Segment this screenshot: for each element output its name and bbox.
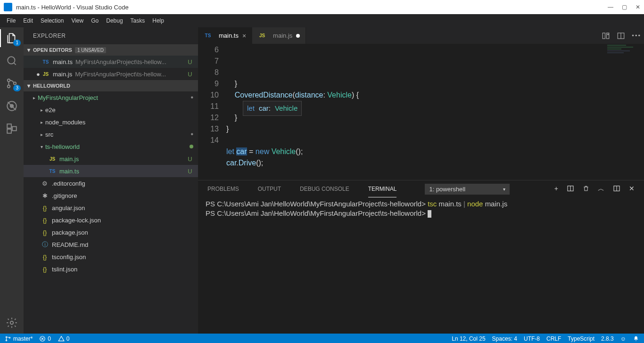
svg-rect-18 [607, 52, 624, 53]
maximize-button[interactable]: ▢ [622, 4, 627, 10]
svg-point-12 [608, 34, 609, 35]
bell-icon[interactable] [633, 335, 639, 342]
panel-tab-problems[interactable]: PROBLEMS [207, 180, 239, 197]
terminal-select[interactable]: 1: powershell▾ [425, 184, 510, 195]
vscode-icon [4, 3, 12, 11]
tree-.editorconfig[interactable]: ⚙.editorconfig [24, 177, 198, 189]
svg-rect-10 [603, 33, 605, 39]
menubar: FileEditSelectionViewGoDebugTasksHelp [0, 14, 644, 27]
titlebar: main.ts - HelloWorld - Visual Studio Cod… [0, 0, 644, 14]
svg-rect-17 [607, 50, 630, 51]
tree-ts-helloworld[interactable]: ▾ts-helloworld [24, 140, 198, 153]
panel-tab-output[interactable]: OUTPUT [258, 180, 281, 197]
activity-bar: 1 3 [0, 27, 24, 334]
svg-point-22 [6, 340, 7, 341]
term-prompt-2: PS C:\Users\Ami Jan\HelloWorld\MyFirstAn… [206, 209, 426, 217]
tab-main.js[interactable]: JSmain.js [252, 27, 306, 44]
status-spaces[interactable]: Spaces: 4 [492, 335, 517, 342]
svg-point-0 [8, 57, 15, 64]
svg-point-9 [10, 321, 14, 325]
search-icon[interactable] [6, 55, 18, 67]
explorer-badge: 1 [13, 40, 21, 46]
gear-icon[interactable] [6, 317, 18, 329]
split-editor-icon[interactable] [617, 32, 625, 40]
unsaved-dot-icon [296, 34, 300, 38]
svg-rect-7 [7, 129, 11, 133]
open-editors-label: OPEN EDITORS [33, 47, 72, 53]
new-terminal-icon[interactable]: + [554, 185, 558, 193]
panel-tab-debug-console[interactable]: DEBUG CONSOLE [300, 180, 349, 197]
tree-src[interactable]: ▸src• [24, 128, 198, 140]
more-icon[interactable]: ••• [632, 32, 641, 39]
tree-tsconfig.json[interactable]: {}tsconfig.json [24, 251, 198, 263]
tab-main.ts[interactable]: TSmain.ts× [198, 27, 252, 44]
tree-main.js[interactable]: JSmain.jsU [24, 153, 198, 165]
explorer-icon[interactable]: 1 [6, 32, 18, 44]
open-editor-main.js[interactable]: ●JSmain.jsMyFirstAngularProject\ts-hello… [24, 68, 198, 80]
svg-point-1 [8, 79, 10, 82]
svg-rect-16 [607, 49, 621, 49]
close-tab-icon[interactable]: × [242, 32, 246, 40]
open-changes-icon[interactable] [602, 32, 610, 40]
menu-help[interactable]: Help [149, 16, 168, 26]
open-editors-header[interactable]: ▾ OPEN EDITORS 1 UNSAVED [24, 44, 198, 56]
code-editor[interactable]: 67891011121314 let car: Vehicle } Covere… [198, 44, 644, 180]
menu-file[interactable]: File [3, 16, 19, 26]
open-editor-main.ts[interactable]: TSmain.tsMyFirstAngularProject\ts-hellow… [24, 56, 198, 68]
tree-main.ts[interactable]: TSmain.tsU [24, 165, 198, 177]
menu-go[interactable]: Go [87, 16, 102, 26]
tree-package.json[interactable]: {}package.json [24, 226, 198, 238]
minimap[interactable] [606, 44, 644, 63]
menu-view[interactable]: View [67, 16, 87, 26]
svg-point-21 [6, 336, 7, 337]
window-title: main.ts - HelloWorld - Visual Studio Cod… [16, 4, 129, 11]
close-button[interactable]: ✕ [636, 4, 640, 10]
menu-edit[interactable]: Edit [19, 16, 37, 26]
scm-badge: 3 [13, 85, 21, 91]
tree-angular.json[interactable]: {}angular.json [24, 202, 198, 214]
editor-group: TSmain.ts×JSmain.js ••• 67891011121314 l… [198, 27, 644, 334]
svg-rect-6 [7, 124, 11, 128]
extensions-icon[interactable] [6, 122, 18, 135]
minimize-button[interactable]: — [608, 4, 613, 10]
tree-package-lock.json[interactable]: {}package-lock.json [24, 214, 198, 226]
scm-icon[interactable]: 3 [6, 77, 18, 90]
tree-e2e[interactable]: ▸e2e [24, 104, 198, 116]
status-eol[interactable]: CRLF [546, 335, 561, 342]
menu-tasks[interactable]: Tasks [127, 16, 149, 26]
status-encoding[interactable]: UTF-8 [524, 335, 540, 342]
menu-debug[interactable]: Debug [102, 16, 126, 26]
status-branch[interactable]: master* [5, 335, 33, 342]
svg-rect-14 [607, 45, 626, 46]
close-panel-icon[interactable]: ✕ [629, 185, 635, 193]
terminal[interactable]: PS C:\Users\Ami Jan\HelloWorld\MyFirstAn… [198, 197, 644, 334]
tree-tslint.json[interactable]: {}tslint.json [24, 263, 198, 275]
sidebar-title: EXPLORER [24, 27, 198, 44]
split-terminal-icon[interactable] [567, 185, 574, 193]
svg-point-2 [8, 85, 10, 88]
status-lang[interactable]: TypeScript [568, 335, 594, 342]
panel-up-icon[interactable]: ︿ [598, 185, 604, 193]
statusbar: master* 0 0 Ln 12, Col 25 Spaces: 4 UTF-… [0, 334, 644, 343]
maximize-panel-icon[interactable] [613, 185, 620, 193]
feedback-icon[interactable]: ☺ [620, 335, 626, 342]
svg-rect-15 [607, 47, 633, 48]
status-version[interactable]: 2.8.3 [601, 335, 614, 342]
project-label: HELLOWORLD [33, 83, 70, 89]
terminal-select-label: 1: powershell [429, 186, 465, 193]
project-header[interactable]: ▾ HELLOWORLD [24, 80, 198, 91]
tabs: TSmain.ts×JSmain.js ••• [198, 27, 644, 44]
debug-icon[interactable] [6, 100, 18, 112]
panel-tabs: PROBLEMSOUTPUTDEBUG CONSOLETERMINAL 1: p… [198, 180, 644, 197]
tree-node_modules[interactable]: ▸node_modules [24, 116, 198, 128]
tree-.gitignore[interactable]: ✱.gitignore [24, 189, 198, 202]
menu-selection[interactable]: Selection [37, 16, 67, 26]
tree-MyFirstAngularProject[interactable]: ▸MyFirstAngularProject• [24, 91, 198, 104]
sidebar: EXPLORER ▾ OPEN EDITORS 1 UNSAVED TSmain… [24, 27, 198, 334]
status-errors[interactable]: 0 0 [39, 335, 69, 342]
status-position[interactable]: Ln 12, Col 25 [452, 335, 485, 342]
terminal-cursor [428, 210, 431, 218]
kill-terminal-icon[interactable] [583, 185, 589, 193]
tree-README.md[interactable]: ⓘREADME.md [24, 238, 198, 251]
panel-tab-terminal[interactable]: TERMINAL [368, 180, 397, 197]
